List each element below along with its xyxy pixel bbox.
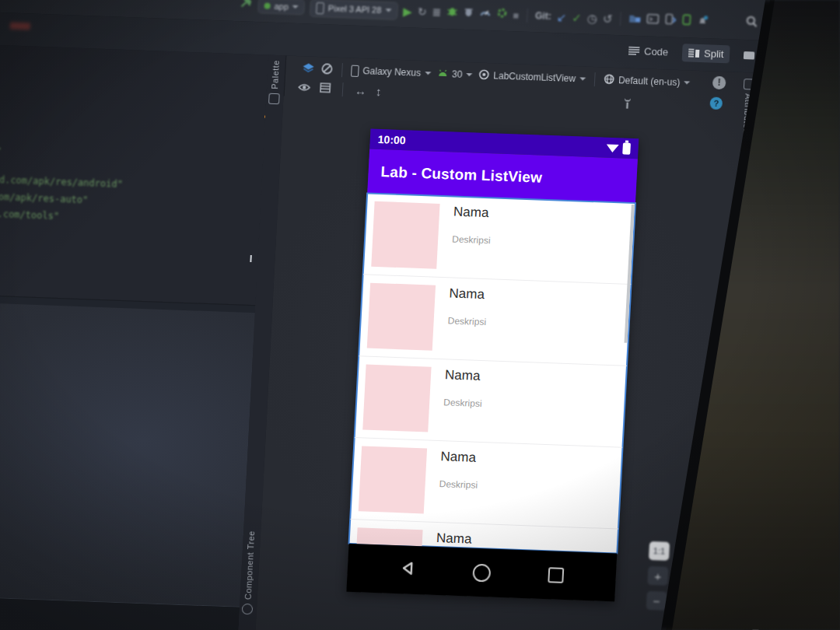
debug-button[interactable] [446,5,458,19]
design-surface[interactable]: 10:00 Lab - Custom ListView Nama [254,96,756,630]
zoom-fit-button[interactable]: 1:1 [649,541,670,561]
list-item[interactable]: Nama Deskripsi [363,193,635,285]
ide-screen: app Pixel 3 API 28 ▶ ↻ ≣ [0,0,840,630]
orientation-icon[interactable] [320,62,334,78]
git-update-button[interactable]: ↙ [556,11,566,23]
file-tab[interactable] [10,22,30,30]
stop-all-icon[interactable] [767,14,779,26]
android-icon [437,68,449,79]
apply-changes-restart-button[interactable]: ↻ [418,6,427,17]
chevron-down-icon [684,81,690,84]
theme-dropdown-label: LabCustomListView [493,70,576,84]
phone-nav-bar [346,544,617,602]
zoom-in-button[interactable]: + [647,566,668,586]
item-description: Deskripsi [452,234,491,247]
lower-left-panel [0,303,255,607]
nav-home-icon [472,563,491,582]
item-thumbnail [362,365,431,432]
notifications-bell-icon[interactable] [697,15,709,29]
theme-icon [478,68,490,82]
wifi-icon [606,143,619,153]
code-line: s> [0,143,1,155]
item-description: Deskripsi [447,315,486,327]
nav-back-icon [399,560,415,579]
logcat-terminal-icon[interactable] [646,12,660,27]
run-config-label: app [274,2,289,12]
list-item[interactable]: Nama Deskripsi [355,356,627,448]
sync-phone-icon[interactable] [681,14,692,28]
project-folder-icon[interactable] [628,12,642,27]
git-revert-button[interactable]: ↺ [603,12,613,24]
gradle-icon [782,46,793,57]
toolbar-separator [620,12,621,26]
item-name: Nama [445,367,481,384]
profiler-gauge-icon[interactable] [479,7,492,22]
sidebar-tab-layout-validation[interactable]: Layout Validation [775,93,791,179]
gradle-label: Gradle [781,61,792,89]
item-name: Nama [453,205,489,222]
stop-button[interactable]: ■ [513,10,520,20]
code-editor[interactable]: s> oid.com/apk/res/android" .com/apk/res… [0,45,281,306]
design-surface-layers-icon[interactable] [302,62,315,76]
apply-code-changes-button[interactable]: ≣ [432,6,441,17]
app-bar-title: Lab - Custom ListView [380,163,543,187]
code-line: .com/apk/res-auto" [0,191,89,206]
run-configuration-select[interactable]: app [257,0,305,15]
toolbar-separator [342,82,344,96]
attach-debugger-icon[interactable] [463,6,474,20]
help-badge[interactable]: ? [709,97,723,110]
locale-dropdown[interactable]: Default (en-us) [604,73,691,89]
code-line: id.com/tools" [0,208,59,222]
vertical-constraint-icon[interactable]: ↕ [376,85,382,96]
chevron-down-icon [466,73,472,76]
list-item[interactable]: Nama Deskripsi [359,275,631,366]
toolbar-separator [527,9,528,23]
design-panel: Palette Component Tree Galaxy Nexus [237,55,758,630]
layout-validation-label: Layout Validation [776,107,789,179]
chevron-down-icon [425,72,431,75]
palette-icon [268,93,280,103]
theme-dropdown[interactable]: LabCustomListView [478,68,586,86]
battery-icon [622,142,631,154]
run-config-status-dot [264,2,270,9]
tab-code[interactable]: Code [622,41,675,61]
phone-icon [351,65,359,76]
device-dropdown[interactable]: Galaxy Nexus [351,65,431,79]
horizontal-constraint-icon[interactable]: ↔ [355,84,367,96]
device-file-explorer-label: Device File Explorer [751,569,765,630]
item-thumbnail [367,283,436,351]
listview[interactable]: Nama Deskripsi Nama Deskripsi Nama Deskr… [349,193,635,553]
device-dropdown-label: Galaxy Nexus [362,65,421,79]
issue-panel-badge[interactable]: ! [712,76,726,90]
toolbar-separator [594,72,596,86]
history-clock-icon[interactable]: ◷ [587,12,598,23]
tab-split[interactable]: Split [682,44,730,63]
phone-preview[interactable]: 10:00 Lab - Custom ListView Nama [346,129,639,602]
git-commit-button[interactable]: ✓ [572,11,582,23]
device-manager-icon[interactable] [664,13,677,28]
phone-icon [317,2,325,13]
search-everywhere-icon[interactable] [745,15,759,32]
code-icon [628,46,640,55]
list-item[interactable]: Nama Deskripsi [350,438,622,530]
sidebar-tab-gradle[interactable]: Gradle [780,46,793,89]
device-select[interactable]: Pixel 3 API 28 [310,0,398,19]
nav-recents-icon [548,567,564,583]
build-hammer-icon[interactable] [240,0,253,13]
profile-low-overhead-icon[interactable] [496,7,508,21]
view-options-eye-icon[interactable] [298,81,311,96]
render-wrench-icon[interactable] [622,97,632,113]
zoom-out-button[interactable]: − [646,591,667,611]
tab-split-label: Split [704,47,724,60]
api-level-dropdown[interactable]: 30 [437,68,473,81]
tab-code-label: Code [644,45,669,58]
component-tree-icon [242,604,254,614]
sidebar-tab-palette[interactable]: Palette [268,60,282,104]
variants-list-icon[interactable] [320,82,331,96]
run-button[interactable]: ▶ [403,5,412,17]
toolbar-separator [341,63,343,77]
item-name: Nama [440,449,476,466]
device-file-explorer-icon [755,554,767,565]
palette-label: Palette [270,60,281,89]
sidebar-tab-device-file-explorer[interactable]: Device File Explorer [751,554,767,630]
